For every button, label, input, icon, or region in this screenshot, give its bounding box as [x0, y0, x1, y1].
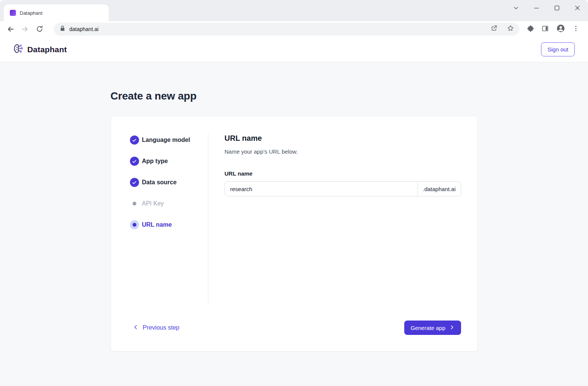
chevron-right-icon — [449, 325, 455, 331]
check-icon — [130, 135, 139, 145]
back-icon[interactable] — [6, 25, 15, 34]
profile-icon[interactable] — [556, 24, 565, 34]
reload-icon[interactable] — [35, 25, 44, 34]
menu-icon[interactable] — [572, 25, 579, 33]
tab-title: Dataphant — [20, 10, 42, 16]
create-app-card: Language model App type Da — [111, 116, 478, 352]
close-icon[interactable] — [574, 4, 581, 12]
maximize-icon[interactable] — [553, 4, 561, 12]
url-text: dataphant.ai — [69, 26, 486, 32]
app-header: Dataphant Sign out — [0, 37, 588, 62]
previous-step-button[interactable]: Previous step — [130, 324, 180, 332]
browser-tab[interactable]: Dataphant — [4, 5, 109, 21]
step-label: Data source — [142, 179, 177, 186]
generate-app-button[interactable]: Generate app — [404, 321, 461, 335]
step-dot-icon — [130, 199, 139, 208]
stepper: Language model App type Da — [130, 134, 208, 304]
sign-out-button[interactable]: Sign out — [541, 42, 575, 56]
step-data-source[interactable]: Data source — [130, 178, 208, 187]
tab-strip: Dataphant — [0, 0, 588, 21]
step-label: API Key — [142, 200, 164, 207]
url-name-input[interactable] — [225, 182, 418, 196]
bookmark-star-icon[interactable] — [507, 25, 514, 33]
forward-icon[interactable] — [20, 25, 30, 34]
browser-toolbar: dataphant.ai — [0, 21, 588, 37]
current-step-dot-icon — [130, 220, 139, 229]
url-suffix: .dataphant.ai — [418, 182, 461, 196]
check-icon — [130, 157, 139, 166]
share-icon[interactable] — [491, 25, 498, 33]
step-api-key[interactable]: API Key — [130, 199, 208, 208]
step-url-name[interactable]: URL name — [130, 220, 208, 229]
chevron-left-icon — [133, 324, 139, 332]
extensions-icon[interactable] — [527, 25, 534, 34]
page-title: Create a new app — [111, 90, 478, 102]
url-name-input-group: .dataphant.ai — [225, 181, 461, 196]
brand-name: Dataphant — [27, 45, 67, 54]
panel-heading: URL name — [225, 134, 461, 143]
url-name-label: URL name — [225, 170, 461, 177]
generate-app-label: Generate app — [411, 325, 446, 331]
logo-icon — [13, 43, 24, 56]
panel-description: Name your app’s URL below. — [225, 148, 461, 155]
side-panel-icon[interactable] — [541, 25, 549, 34]
minimize-icon[interactable] — [533, 4, 540, 12]
step-app-type[interactable]: App type — [130, 157, 208, 166]
tab-list-icon[interactable] — [512, 4, 520, 12]
lock-icon — [60, 25, 65, 33]
step-label: URL name — [142, 221, 172, 228]
step-label: App type — [142, 158, 168, 165]
step-label: Language model — [142, 137, 190, 143]
url-name-panel: URL name Name your app’s URL below. URL … — [208, 134, 461, 304]
page: Create a new app Language model — [0, 62, 588, 386]
address-bar[interactable]: dataphant.ai — [54, 23, 519, 36]
previous-step-label: Previous step — [143, 324, 180, 331]
browser-window: Dataphant — [0, 0, 588, 386]
check-icon — [130, 178, 139, 187]
favicon — [10, 10, 16, 16]
brand[interactable]: Dataphant — [13, 43, 67, 56]
step-language-model[interactable]: Language model — [130, 135, 208, 145]
